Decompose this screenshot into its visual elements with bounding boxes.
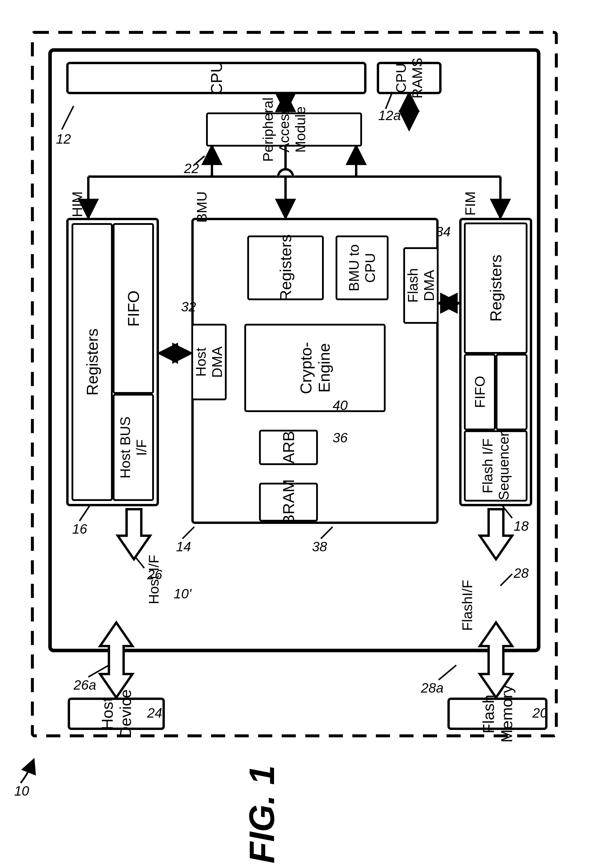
ref-20: 20 [533,705,548,721]
ref-26a: 26a [74,677,96,693]
ref-26: 26 [147,567,162,583]
ref-10p: 10' [174,586,191,602]
flash-if-arrow [480,509,512,559]
ref-36: 36 [333,430,348,446]
ref-24: 24 [147,705,162,721]
flash-memory-label: Flash Memory [479,685,516,743]
ref-16: 16 [72,521,87,537]
ref-12: 12 [56,131,71,147]
ref-18: 18 [514,518,528,534]
ref-12a: 12a [378,108,401,123]
ref-28: 28 [514,565,528,581]
ref-40: 40 [333,397,348,413]
ref-38: 38 [312,539,327,555]
host-device-label: Host Device [98,689,134,738]
ref-32: 32 [181,299,196,314]
ref-28a: 28a [421,680,444,696]
ref-10: 10 [14,783,29,799]
flash-if-text: FlashI/F [459,580,475,634]
ref-22: 22 [184,160,199,176]
host-if-arrow [118,509,150,559]
host-device-arrow [100,623,133,698]
ref-34: 34 [435,224,451,239]
ref-14: 14 [176,539,191,555]
figure-title: FIG. 1 [241,765,282,868]
